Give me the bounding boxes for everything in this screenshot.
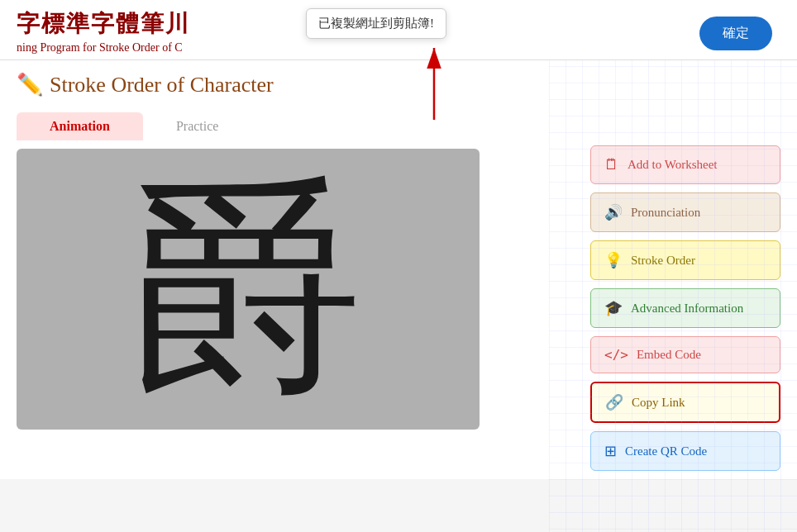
character-display: 爵 — [132, 173, 364, 405]
create-qr-label: Create QR Code — [625, 444, 707, 458]
copy-link-label: Copy Link — [632, 396, 685, 410]
page-title-text: Stroke Order of Character — [50, 73, 274, 97]
tabs: Animation Practice — [17, 112, 574, 140]
create-qr-button[interactable]: ⊞ Create QR Code — [590, 431, 780, 471]
left-panel: Animation Practice 爵 — [17, 112, 574, 471]
header-title-en: ning Program for Stroke Order of C — [17, 41, 780, 55]
advanced-icon: 🎓 — [604, 299, 623, 317]
stroke-order-icon: 💡 — [604, 251, 623, 269]
embed-icon: </> — [604, 347, 628, 363]
copy-link-button[interactable]: 🔗 Copy Link — [590, 382, 780, 423]
embed-code-label: Embed Code — [637, 348, 701, 362]
pencil-icon: ✏️ — [17, 72, 43, 97]
copy-link-icon: 🔗 — [605, 393, 623, 411]
character-canvas: 爵 — [17, 149, 480, 430]
tooltip-text: 已複製網址到剪貼簿! — [318, 17, 434, 30]
main-content: Animation Practice 爵 🗒 Add to Worksheet … — [0, 104, 797, 479]
add-to-worksheet-button[interactable]: 🗒 Add to Worksheet — [590, 145, 780, 184]
pronunciation-button[interactable]: 🔊 Pronunciation — [590, 192, 780, 232]
confirm-button[interactable]: 確定 — [699, 17, 772, 50]
advanced-info-label: Advanced Information — [631, 302, 743, 316]
page-title-area: ✏️ Stroke Order of Character — [0, 60, 797, 104]
qr-icon: ⊞ — [604, 442, 617, 460]
tooltip-popup: 已複製網址到剪貼簿! — [306, 8, 446, 39]
advanced-info-button[interactable]: 🎓 Advanced Information — [590, 288, 780, 328]
stroke-order-label: Stroke Order — [631, 254, 695, 268]
right-panel: 🗒 Add to Worksheet 🔊 Pronunciation 💡 Str… — [590, 112, 780, 471]
page-title: ✏️ Stroke Order of Character — [17, 72, 780, 97]
stroke-order-button[interactable]: 💡 Stroke Order — [590, 240, 780, 280]
embed-code-button[interactable]: </> Embed Code — [590, 336, 780, 373]
tab-animation[interactable]: Animation — [17, 112, 143, 140]
tab-practice[interactable]: Practice — [143, 112, 252, 140]
pronunciation-label: Pronunciation — [631, 206, 700, 220]
pronunciation-icon: 🔊 — [604, 203, 623, 221]
worksheet-icon: 🗒 — [604, 156, 619, 173]
add-worksheet-label: Add to Worksheet — [628, 158, 718, 172]
